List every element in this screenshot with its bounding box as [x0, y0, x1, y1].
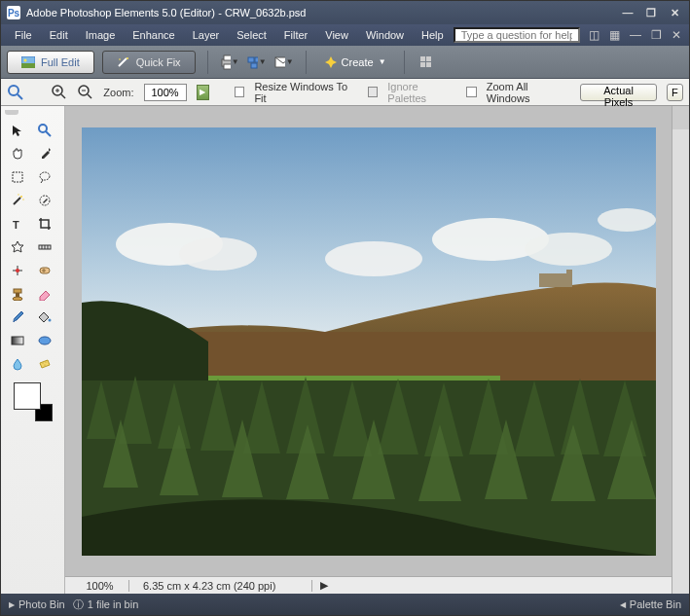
brush-tool[interactable]	[5, 307, 30, 328]
straighten-tool[interactable]	[32, 236, 57, 258]
svg-point-42	[16, 269, 19, 272]
full-edit-tab[interactable]: Full Edit	[7, 51, 94, 74]
resize-windows-checkbox[interactable]	[235, 87, 245, 97]
svg-rect-10	[255, 57, 258, 62]
zoom-label: Zoom:	[103, 87, 133, 98]
svg-line-21	[88, 94, 91, 98]
canvas-viewport[interactable]	[65, 106, 672, 576]
svg-point-60	[525, 233, 612, 266]
maximize-button[interactable]: ❐	[642, 6, 660, 20]
status-menu-arrow-icon[interactable]: ▶	[320, 579, 328, 592]
menu-help[interactable]: Help	[414, 27, 452, 43]
menu-select[interactable]: Select	[229, 27, 274, 43]
svg-point-32	[22, 199, 23, 199]
print-icon[interactable]: ▼	[220, 53, 239, 72]
svg-line-28	[41, 180, 43, 183]
grid-toggle-icon[interactable]: ▦	[607, 28, 622, 42]
hand-tool[interactable]	[5, 143, 30, 164]
help-search-input[interactable]	[454, 27, 580, 43]
magic-wand-tool[interactable]	[5, 190, 30, 211]
zoom-input[interactable]	[144, 84, 187, 101]
red-eye-tool[interactable]	[5, 260, 30, 281]
status-zoom[interactable]: 100%	[71, 580, 129, 592]
thumbnail-grid-icon[interactable]	[417, 53, 436, 72]
create-button[interactable]: Create ▼	[318, 55, 392, 69]
palette-toggle-icon[interactable]: ◫	[587, 28, 601, 42]
shape-tool[interactable]	[32, 330, 57, 351]
svg-rect-47	[16, 293, 19, 297]
svg-rect-26	[13, 172, 22, 182]
toolbox: T	[1, 106, 65, 594]
svg-point-30	[20, 196, 22, 198]
full-edit-label: Full Edit	[41, 56, 80, 68]
file-count-text: 1 file in bin	[88, 598, 139, 610]
menu-image[interactable]: Image	[78, 27, 124, 43]
doc-close-icon[interactable]: ✕	[670, 28, 683, 42]
organize-icon[interactable]: ▼	[247, 53, 267, 72]
zoom-stepper-button[interactable]: ▶	[197, 85, 209, 100]
email-icon[interactable]: ▼	[274, 53, 294, 72]
gradient-tool[interactable]	[5, 330, 30, 351]
crop-tool[interactable]	[32, 213, 57, 235]
type-tool[interactable]: T	[5, 213, 30, 235]
palette-grip[interactable]	[672, 106, 689, 129]
svg-point-2	[24, 58, 27, 61]
eraser-tool[interactable]	[32, 283, 57, 305]
blur-tool[interactable]	[5, 353, 30, 375]
lasso-tool[interactable]	[32, 166, 57, 188]
svg-point-49	[49, 319, 52, 322]
color-swatches[interactable]	[14, 382, 53, 421]
svg-line-29	[14, 198, 20, 204]
menu-file[interactable]: File	[7, 27, 40, 43]
sponge-tool[interactable]	[32, 353, 57, 375]
doc-minimize-icon[interactable]: —	[628, 28, 643, 42]
move-tool[interactable]	[5, 120, 30, 141]
menu-layer[interactable]: Layer	[185, 27, 228, 43]
document-image	[82, 127, 656, 556]
selection-brush-tool[interactable]	[32, 190, 57, 211]
ignore-palettes-checkbox	[368, 87, 379, 97]
healing-brush-tool[interactable]	[32, 260, 57, 281]
svg-point-5	[119, 58, 121, 60]
photo-bin-toggle[interactable]: ▶ Photo Bin	[9, 598, 65, 610]
foreground-color-swatch[interactable]	[14, 382, 41, 410]
svg-point-48	[13, 297, 22, 301]
quick-fix-tab[interactable]: Quick Fix	[102, 51, 196, 74]
separator	[306, 51, 307, 74]
paint-bucket-tool[interactable]	[32, 307, 57, 328]
palette-bin-toggle[interactable]: ◀ Palette Bin	[620, 598, 681, 610]
doc-restore-icon[interactable]: ❐	[649, 28, 664, 42]
zoom-in-icon[interactable]	[51, 84, 67, 101]
wand-sparkle-icon	[117, 56, 130, 68]
canvas[interactable]	[82, 127, 656, 556]
clone-stamp-tool[interactable]	[5, 283, 30, 305]
cookie-cutter-tool[interactable]	[5, 236, 30, 258]
svg-point-61	[598, 208, 656, 232]
toolbox-grip[interactable]	[5, 110, 18, 115]
palette-dock	[672, 106, 689, 594]
svg-point-58	[325, 241, 422, 276]
menu-enhance[interactable]: Enhance	[125, 27, 182, 43]
zoom-all-checkbox[interactable]	[466, 87, 477, 97]
separator	[207, 51, 208, 74]
menu-edit[interactable]: Edit	[42, 27, 76, 43]
menu-window[interactable]: Window	[358, 27, 412, 43]
triangle-right-icon: ▶	[9, 600, 15, 609]
menu-filter[interactable]: Filter	[276, 27, 315, 43]
svg-point-51	[39, 337, 51, 344]
svg-text:T: T	[13, 219, 19, 231]
actual-pixels-button[interactable]: Actual Pixels	[580, 84, 656, 101]
chevron-down-icon: ▼	[232, 57, 239, 66]
minimize-button[interactable]: —	[619, 6, 636, 20]
eyedropper-tool[interactable]	[32, 143, 57, 164]
palette-bin-label: Palette Bin	[630, 598, 681, 610]
app-icon: Ps	[7, 6, 20, 19]
zoom-tool[interactable]	[32, 120, 57, 141]
marquee-tool[interactable]	[5, 166, 30, 188]
menu-view[interactable]: View	[317, 27, 356, 43]
fit-screen-button[interactable]: F	[667, 84, 683, 101]
close-button[interactable]: ✕	[666, 6, 683, 20]
svg-rect-1	[21, 63, 35, 68]
zoom-out-icon[interactable]	[77, 84, 93, 101]
svg-point-31	[18, 194, 18, 195]
